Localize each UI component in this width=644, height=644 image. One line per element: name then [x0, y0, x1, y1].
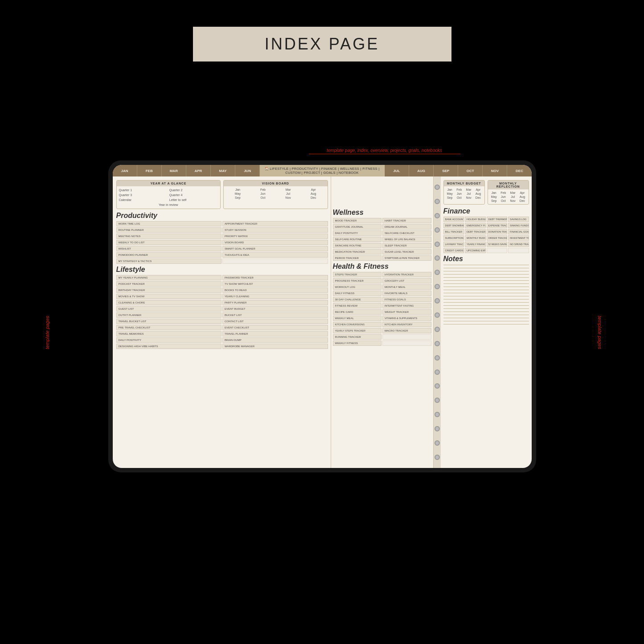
life-item-24[interactable]: WARDROBE MANAGER: [222, 344, 328, 349]
mr-dec[interactable]: Dec: [518, 199, 526, 202]
mr-apr[interactable]: Apr: [518, 191, 526, 194]
life-item-7[interactable]: MOVIES & TV SHOW: [116, 294, 222, 299]
prod-item-6[interactable]: PRIORITY MATRIX: [222, 234, 328, 239]
life-item-9[interactable]: CLEANING & CHORE: [116, 300, 222, 305]
mb-jan[interactable]: Jan: [446, 188, 454, 191]
life-item-15[interactable]: TRAVEL BUCKET LIST: [116, 319, 222, 324]
prod-item-8[interactable]: VISION BOARD: [222, 240, 328, 245]
mb-may[interactable]: May: [446, 192, 454, 195]
tab-apr[interactable]: APR: [186, 165, 211, 176]
mb-aug[interactable]: Aug: [474, 192, 482, 195]
life-item-10[interactable]: PARTY PLANNER: [222, 300, 328, 305]
mb-feb[interactable]: Feb: [455, 188, 464, 191]
well-item-8[interactable]: WHEEL OF LIFE BALANCE: [382, 237, 431, 242]
mr-jan[interactable]: Jan: [490, 191, 498, 194]
quarter1[interactable]: Quarter 1: [119, 188, 168, 192]
life-item-22[interactable]: BRAIN DUMP: [222, 337, 328, 343]
fin-item-12[interactable]: FINANCIAL GOALS: [508, 229, 529, 234]
prod-item-9[interactable]: WISHLIST: [116, 246, 222, 251]
mr-sep[interactable]: Sep: [490, 199, 498, 202]
prod-item-2[interactable]: APPOINTMENT TRACKER: [222, 221, 328, 226]
fin-item-3[interactable]: DEBT THERMOMETER: [487, 217, 508, 222]
vb-mar[interactable]: Mar: [276, 188, 300, 191]
hf-item-15[interactable]: WEEKLY MEAL: [333, 316, 382, 321]
hf-item-20[interactable]: MACRO TRACKER: [382, 328, 431, 333]
fin-item-4[interactable]: SAVINGS LOG: [508, 217, 529, 222]
life-item-23[interactable]: DESIGNING HIGH VIBE HABITS: [116, 344, 222, 349]
tab-jun[interactable]: JUN: [235, 165, 260, 176]
hf-item-6[interactable]: MONTHLY MEAL: [382, 284, 431, 290]
mr-jul[interactable]: Jul: [509, 195, 517, 198]
well-item-6[interactable]: SELFCARE CHECKLIST: [382, 230, 431, 236]
fin-item-16[interactable]: INVESTMENT TRACKER: [508, 235, 529, 241]
vb-dec[interactable]: Dec: [301, 196, 326, 199]
vb-apr[interactable]: Apr: [301, 188, 326, 191]
well-item-13[interactable]: PERIOD TRACKER: [333, 255, 382, 261]
prod-item-7[interactable]: WEEKLY TO DO LIST: [116, 240, 222, 245]
quarter2[interactable]: Quarter 2: [169, 188, 218, 192]
fin-item-2[interactable]: HOLIDAY BUDGET & GIFTS: [465, 217, 486, 222]
well-item-1[interactable]: MOOD TRACKER: [333, 218, 382, 223]
vb-may[interactable]: May: [226, 192, 250, 195]
life-item-3[interactable]: PODCAST TRACKER: [116, 281, 222, 287]
vb-jun[interactable]: Jun: [251, 192, 275, 195]
mr-mar[interactable]: Mar: [509, 191, 517, 194]
life-item-19[interactable]: TRAVEL MEMORIES: [116, 331, 222, 336]
fin-item-5[interactable]: DEBT SNOWBALL: [443, 223, 464, 228]
life-item-12[interactable]: EVENT BUDGET: [222, 306, 328, 312]
hf-item-12[interactable]: INTERMITTENT FASTING: [382, 303, 431, 308]
well-item-10[interactable]: SLEEP TRACKER: [382, 243, 431, 248]
mr-nov[interactable]: Nov: [509, 199, 517, 202]
hf-item-9[interactable]: 30 DAY CHALLENGE: [333, 297, 382, 302]
life-item-21[interactable]: DAILY POSITIVITY: [116, 337, 222, 343]
vb-feb[interactable]: Feb: [251, 188, 275, 191]
tab-aug[interactable]: AUG: [409, 165, 434, 176]
hf-item-11[interactable]: FITNESS REVIEW: [333, 303, 382, 308]
hf-item-3[interactable]: PROGRESS TRACKER: [333, 278, 382, 283]
mb-mar[interactable]: Mar: [464, 188, 473, 191]
hf-item-16[interactable]: VITAMINS & SUPPLEMENTS: [382, 316, 431, 321]
fin-item-15[interactable]: ORDER TRACKER: [487, 235, 508, 241]
prod-item-1[interactable]: WORK TIME LOG: [116, 221, 222, 226]
well-item-7[interactable]: SELFCARE ROUTINE: [333, 237, 382, 242]
mb-sep[interactable]: Sep: [446, 196, 454, 199]
well-item-14[interactable]: SYMPTOMS & PAIN TRACKER: [382, 255, 431, 261]
well-item-3[interactable]: GRATITUDE JOURNAL: [333, 224, 382, 230]
fin-item-7[interactable]: EXPENSE TRACKER: [487, 223, 508, 228]
well-item-5[interactable]: DAILY POSITIVITY: [333, 230, 382, 236]
life-item-5[interactable]: BIRTHDAY TRACKER: [116, 287, 222, 293]
prod-item-5[interactable]: MEETING NOTES: [116, 234, 222, 239]
fin-item-20[interactable]: NO SPEND TRACKER: [508, 242, 529, 247]
prod-item-3[interactable]: ROUTINE PLANNER: [116, 227, 222, 233]
fin-item-6[interactable]: EMERGENCY FUNDS: [465, 223, 486, 228]
life-item-8[interactable]: YEARLY CLEANING: [222, 294, 328, 299]
fin-item-14[interactable]: MONTHLY BUDGET: [465, 235, 486, 241]
mr-oct[interactable]: Oct: [499, 199, 508, 202]
life-item-17[interactable]: PRE TRAVEL CHECKLIST: [116, 325, 222, 330]
tab-jul[interactable]: JUL: [385, 165, 409, 176]
tab-mar[interactable]: MAR: [162, 165, 186, 176]
mb-dec[interactable]: Dec: [474, 196, 482, 199]
life-item-16[interactable]: CONTACT LIST: [222, 319, 328, 324]
life-item-14[interactable]: BUCKET LIST: [222, 312, 328, 318]
prod-item-10[interactable]: SMART GOAL PLANNER: [222, 246, 328, 251]
fin-item-21[interactable]: CREDIT CARDS: [443, 248, 464, 253]
mr-jun[interactable]: Jun: [499, 195, 508, 198]
life-item-20[interactable]: TRAVEL PLANNER: [222, 331, 328, 336]
mb-nov[interactable]: Nov: [464, 196, 473, 199]
quarter4[interactable]: Quarter 4: [169, 193, 218, 197]
fin-item-1[interactable]: BANK ACCOUNT: [443, 217, 464, 222]
mb-apr[interactable]: Apr: [474, 188, 482, 191]
life-item-2[interactable]: PASSWORD TRACKER: [222, 275, 328, 280]
hf-item-18[interactable]: KITCHEN INVENTORY: [382, 322, 431, 327]
fin-item-10[interactable]: DEBT TRACKER: [465, 229, 486, 234]
vb-aug[interactable]: Aug: [301, 192, 326, 195]
mb-jul[interactable]: Jul: [464, 192, 473, 195]
life-item-6[interactable]: BOOKS TO READ: [222, 287, 328, 293]
hf-item-4[interactable]: GROCERY LIST: [382, 278, 431, 283]
year-in-review[interactable]: Year in review: [119, 203, 219, 207]
mb-oct[interactable]: Oct: [455, 196, 464, 199]
well-item-2[interactable]: HABIT TRACKER: [382, 218, 431, 223]
tab-dec[interactable]: DEC: [507, 165, 531, 176]
quarter3[interactable]: Quarter 3: [119, 193, 168, 197]
